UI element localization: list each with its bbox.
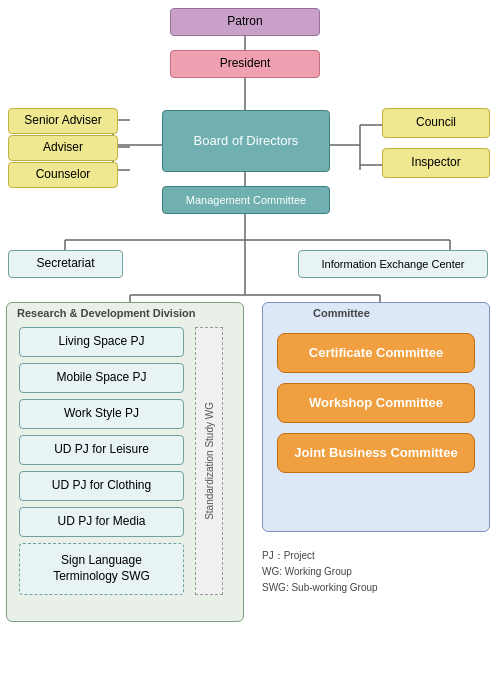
info-exchange-box: Information Exchange Center [298,250,488,278]
secretariat-label: Secretariat [36,256,94,272]
board-label: Board of Directors [194,133,299,150]
rd-container: Research & Development Division Living S… [6,302,244,622]
committee-section-label: Committee [313,307,370,319]
board-box: Board of Directors [162,110,330,172]
rd-section-label: Research & Development Division [17,307,196,319]
legend: PJ：Project WG: Working Group SWG: Sub-wo… [262,548,378,596]
adviser-box: Adviser [8,135,118,161]
living-space-label: Living Space PJ [58,334,144,350]
joint-business-box: Joint Business Committee [277,433,475,473]
ud-clothing-label: UD PJ for Clothing [52,478,151,494]
sign-language-box: Sign Language Terminology SWG [19,543,184,595]
management-box: Management Committee [162,186,330,214]
mobile-space-box: Mobile Space PJ [19,363,184,393]
ud-leisure-label: UD PJ for Leisure [54,442,149,458]
ud-clothing-box: UD PJ for Clothing [19,471,184,501]
ud-media-box: UD PJ for Media [19,507,184,537]
certificate-committee-box: Certificate Committee [277,333,475,373]
workshop-committee-box: Workshop Committee [277,383,475,423]
org-chart: Patron President Senior Adviser Adviser … [0,0,504,674]
joint-business-label: Joint Business Committee [294,445,457,462]
legend-pj: PJ：Project [262,548,378,564]
patron-box: Patron [170,8,320,36]
president-label: President [220,56,271,72]
standardization-label: Standardization Study WG [204,402,215,520]
council-label: Council [416,115,456,131]
ud-media-label: UD PJ for Media [57,514,145,530]
committee-container: Committee Certificate Committee Workshop… [262,302,490,532]
workshop-committee-label: Workshop Committee [309,395,443,412]
legend-wg: WG: Working Group [262,564,378,580]
info-exchange-label: Information Exchange Center [321,257,464,271]
sign-language-label: Sign Language Terminology SWG [53,553,150,584]
work-style-label: Work Style PJ [64,406,139,422]
secretariat-box: Secretariat [8,250,123,278]
inspector-box: Inspector [382,148,490,178]
ud-leisure-box: UD PJ for Leisure [19,435,184,465]
legend-swg: SWG: Sub-working Group [262,580,378,596]
management-label: Management Committee [186,193,306,207]
counselor-label: Counselor [36,167,91,183]
counselor-box: Counselor [8,162,118,188]
living-space-box: Living Space PJ [19,327,184,357]
certificate-committee-label: Certificate Committee [309,345,443,362]
council-box: Council [382,108,490,138]
senior-adviser-box: Senior Adviser [8,108,118,134]
mobile-space-label: Mobile Space PJ [56,370,146,386]
standardization-wg-box: Standardization Study WG [195,327,223,595]
adviser-label: Adviser [43,140,83,156]
work-style-box: Work Style PJ [19,399,184,429]
senior-adviser-label: Senior Adviser [24,113,101,129]
patron-label: Patron [227,14,262,30]
president-box: President [170,50,320,78]
inspector-label: Inspector [411,155,460,171]
